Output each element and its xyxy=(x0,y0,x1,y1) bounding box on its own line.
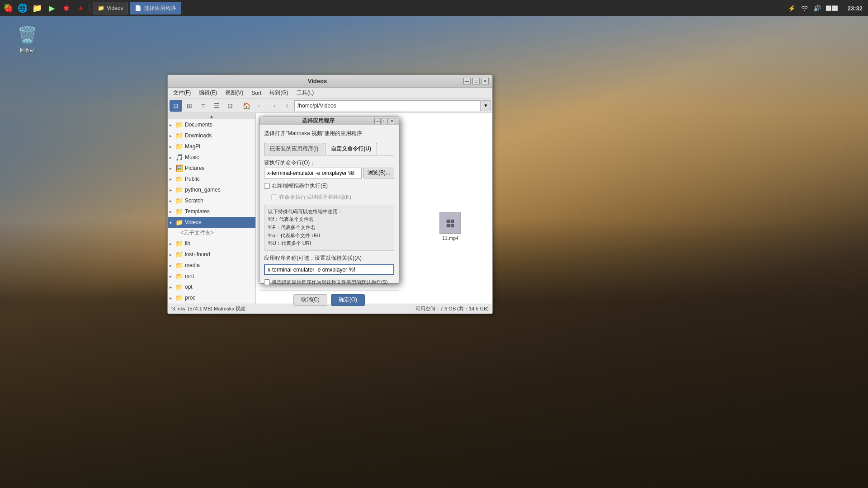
sidebar-item-documents[interactable]: ▸ 📁 Documents xyxy=(168,119,255,130)
sidebar-folder-icon: 📁 xyxy=(175,121,183,129)
ok-button[interactable]: 确定(O) xyxy=(331,294,365,306)
raspberry-icon[interactable]: 🍓 xyxy=(2,2,14,14)
terminal-checkbox-row: 在终端模拟器中执行(E) xyxy=(264,182,394,190)
toolbar-home[interactable]: 🏠 xyxy=(240,100,253,112)
sidebar-item-videos[interactable]: ▾ 📁 Videos xyxy=(168,217,255,228)
sidebar-item-pictures[interactable]: ▸ 🖼️ Pictures xyxy=(168,163,255,174)
special-code-U: %U：代表多个 URI xyxy=(268,239,390,248)
sidebar-item-opt[interactable]: ▸ 📁 opt xyxy=(168,282,255,292)
tab-custom[interactable]: 自定义命令行(U) xyxy=(325,143,377,155)
dialog-header-text: 选择打开"Matroska 视频"使用的应用程序 xyxy=(264,130,394,137)
cancel-button[interactable]: 取消(C) xyxy=(293,294,327,306)
toolbar-up[interactable]: ↑ xyxy=(281,100,293,112)
folder-taskbar-icon[interactable]: 📁 xyxy=(31,2,43,14)
dialog-close[interactable]: ✕ xyxy=(389,118,395,124)
sidebar-item-lib[interactable]: ▸ 📁 lib xyxy=(168,238,255,249)
sidebar-label-magpi: MagPi xyxy=(185,143,200,150)
menu-file[interactable]: 文件(F) xyxy=(170,88,194,98)
app-name-section: 应用程序名称(可选，设置以保持关联)(A) xyxy=(264,254,394,275)
command-section: 要执行的命令行(O)： 浏览(B)... xyxy=(264,159,394,178)
sidebar-arrow-13: ▸ xyxy=(170,263,175,268)
terminal-checkbox-label: 在终端模拟器中执行(E) xyxy=(272,182,328,190)
terminal-taskbar-icon[interactable]: ▶ xyxy=(45,2,58,14)
sidebar-videos-icon: 📁 xyxy=(175,218,183,226)
recycle-bin-image: 🗑️ xyxy=(16,24,38,46)
menu-edit[interactable]: 编辑(E) xyxy=(195,88,221,98)
sidebar-lib-icon: 📁 xyxy=(175,239,183,248)
toolbar-tree-view[interactable]: ⊟ xyxy=(170,100,182,112)
tab-installed[interactable]: 已安装的应用程序(I) xyxy=(264,143,324,155)
command-input[interactable] xyxy=(264,168,362,178)
recycle-bin-icon[interactable]: 🗑️ 回收站 xyxy=(9,23,45,56)
sidebar-label-mnt: mnt xyxy=(185,273,194,279)
dialog-body: 选择打开"Matroska 视频"使用的应用程序 已安装的应用程序(I) 自定义… xyxy=(259,125,399,290)
keep-terminal-checkbox-label: 在命令执行后继续开着终端(K) xyxy=(279,193,351,201)
sidebar-magpi-icon: 📁 xyxy=(175,142,183,150)
keep-terminal-checkbox-row: 在命令执行后继续开着终端(K) xyxy=(264,193,394,201)
address-bar[interactable]: /home/pi/Videos xyxy=(294,100,481,111)
sidebar-item-media[interactable]: ▸ 📁 media xyxy=(168,260,255,271)
sidebar-downloads-icon: 📁 xyxy=(175,131,183,140)
address-dropdown[interactable]: ▼ xyxy=(481,100,491,111)
menu-goto[interactable]: 转到(G) xyxy=(266,88,292,98)
menu-view[interactable]: 视图(V) xyxy=(222,88,247,98)
menu-tools[interactable]: 工具(L) xyxy=(293,88,318,98)
dialog-maximize[interactable]: □ xyxy=(382,118,388,124)
sidebar-item-music[interactable]: ▸ 🎵 Music xyxy=(168,152,255,163)
bluetooth-icon[interactable]: ⚡ xyxy=(788,4,797,13)
minimize-button[interactable]: — xyxy=(463,78,471,85)
toolbar-back[interactable]: ← xyxy=(254,100,266,112)
taskbar-dialog-icon: 📄 xyxy=(135,5,142,11)
sidebar-label-lib: lib xyxy=(185,240,190,247)
toolbar-icon-view[interactable]: ⊞ xyxy=(183,100,196,112)
sidebar-arrow-11: ▸ xyxy=(170,241,175,246)
toolbar-detail-view[interactable]: ☰ xyxy=(210,100,223,112)
taskbar-left: 🍓 🌐 📁 ▶ ✱ ✦ 📁 Videos xyxy=(2,2,181,14)
sidebar-label-media: media xyxy=(185,262,200,268)
wifi-icon[interactable] xyxy=(800,4,809,13)
close-button[interactable]: ✕ xyxy=(481,78,489,85)
sidebar-item-downloads[interactable]: ▸ 📁 Downloads xyxy=(168,130,255,141)
app-name-input[interactable] xyxy=(264,264,394,275)
sidebar-item-python[interactable]: ▸ 📁 python_games xyxy=(168,184,255,195)
sidebar-item-scratch[interactable]: ▸ 📁 Scratch xyxy=(168,195,255,206)
sidebar-item-lost-found[interactable]: ▸ 📁 lost+found xyxy=(168,249,255,260)
taskbar-videos-window[interactable]: 📁 Videos xyxy=(93,2,128,14)
default-checkbox[interactable] xyxy=(264,279,270,285)
toolbar-list-view[interactable]: ≡ xyxy=(197,100,209,112)
status-right: 可用空间：7.6 GB (共：14.5 GB) xyxy=(415,305,489,312)
tray-separator xyxy=(843,4,843,13)
command-label: 要执行的命令行(O)： xyxy=(264,159,394,167)
terminal-checkbox[interactable] xyxy=(264,183,270,189)
sidebar-label-pictures: Pictures xyxy=(185,165,204,171)
sidebar-item-no-subfolder: <无子文件夹> xyxy=(168,228,255,238)
volume-icon[interactable]: 🔊 xyxy=(813,4,822,13)
app1-icon[interactable]: ✱ xyxy=(60,2,72,14)
desktop: 🍓 🌐 📁 ▶ ✱ ✦ 📁 Videos xyxy=(0,0,868,488)
browse-button[interactable]: 浏览(B)... xyxy=(363,168,394,178)
menu-sort[interactable]: Sort xyxy=(248,89,265,97)
dialog-titlebar: 选择应用程序 — □ ✕ xyxy=(259,117,399,125)
app2-icon[interactable]: ✦ xyxy=(74,2,87,14)
sidebar-arrow-16: ▸ xyxy=(170,296,175,300)
sidebar-item-public[interactable]: ▸ 📁 Public xyxy=(168,174,255,184)
toolbar-forward[interactable]: → xyxy=(267,100,280,112)
sidebar-item-proc[interactable]: ▸ 📁 proc xyxy=(168,292,255,303)
sidebar-label-music: Music xyxy=(185,154,199,160)
sidebar-item-magpi[interactable]: ▸ 📁 MagPi xyxy=(168,141,255,152)
dialog-minimize[interactable]: — xyxy=(374,118,381,124)
toolbar-details-view2[interactable]: ⊟ xyxy=(224,100,236,112)
sidebar-scroll-up[interactable]: ▲ xyxy=(168,113,255,119)
sidebar-item-mnt[interactable]: ▸ 📁 mnt xyxy=(168,271,255,282)
sidebar-public-icon: 📁 xyxy=(175,175,183,183)
sidebar-label-scratch: Scratch xyxy=(185,197,203,204)
taskbar-dialog-window[interactable]: 📄 选择应用程序 xyxy=(130,2,181,14)
keep-terminal-checkbox[interactable] xyxy=(271,194,277,200)
file-item-11mp4[interactable]: ▦▦ ▦▦ 11.mp4 xyxy=(434,211,466,243)
sidebar-item-templates[interactable]: ▸ 📁 Templates xyxy=(168,206,255,217)
maximize-button[interactable]: □ xyxy=(472,78,480,85)
globe-icon[interactable]: 🌐 xyxy=(16,2,29,14)
sidebar-arrow-6: ▸ xyxy=(170,177,175,182)
clock: 23:32 xyxy=(848,5,863,12)
sidebar-media-icon: 📁 xyxy=(175,261,183,269)
